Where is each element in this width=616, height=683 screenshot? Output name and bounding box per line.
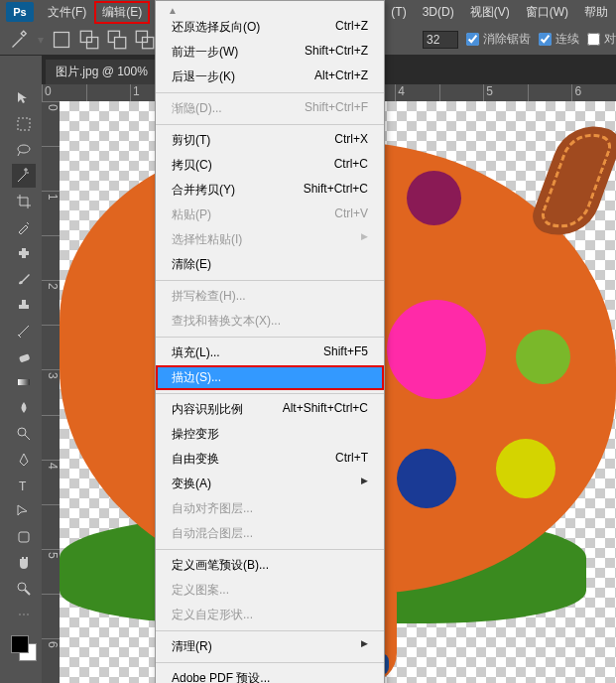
selection-int-icon[interactable] — [135, 30, 155, 50]
menu-define-pattern: 定义图案... — [156, 578, 384, 603]
dodge-tool-icon[interactable] — [12, 422, 36, 446]
menu-extra[interactable]: (T) — [383, 2, 414, 22]
brush-tool-icon[interactable] — [12, 267, 36, 291]
move-tool-icon[interactable] — [12, 86, 36, 110]
shape-tool-icon[interactable] — [12, 525, 36, 549]
lasso-tool-icon[interactable] — [12, 138, 36, 162]
menu-puppet-warp[interactable]: 操控变形 — [156, 422, 384, 447]
ps-logo: Ps — [6, 2, 34, 22]
menu-3d[interactable]: 3D(D) — [415, 2, 462, 22]
tolerance-input[interactable] — [423, 31, 458, 49]
menu-copy-merged[interactable]: 合并拷贝(Y)Shift+Ctrl+C — [156, 178, 384, 203]
antialias-checkbox[interactable]: 消除锯齿 — [466, 31, 531, 48]
svg-rect-0 — [55, 32, 69, 47]
wand-tool-icon — [10, 30, 30, 50]
color-swatches[interactable] — [11, 635, 37, 661]
menu-view[interactable]: 视图(V) — [462, 1, 518, 24]
gradient-tool-icon[interactable] — [12, 370, 36, 394]
svg-rect-7 — [18, 118, 30, 130]
svg-point-13 — [18, 428, 26, 436]
menu-transform[interactable]: 变换(A) — [156, 472, 384, 496]
stamp-tool-icon[interactable] — [12, 293, 36, 317]
menu-stroke[interactable]: 描边(S)... — [156, 365, 384, 390]
selection-add-icon[interactable] — [79, 30, 99, 50]
svg-point-8 — [18, 145, 30, 153]
menu-fill[interactable]: 填充(L)...Shift+F5 — [156, 341, 384, 365]
svg-point-16 — [18, 583, 26, 591]
pen-tool-icon[interactable] — [12, 448, 36, 472]
menu-fade: 渐隐(D)...Shift+Ctrl+F — [156, 96, 384, 121]
svg-rect-11 — [19, 353, 30, 362]
document-tab[interactable]: 图片.jpg @ 100% — [46, 60, 158, 84]
menu-find-replace: 查找和替换文本(X)... — [156, 309, 384, 334]
menu-file[interactable]: 文件(F) — [40, 1, 94, 24]
vertical-ruler: 0123456 — [42, 101, 60, 683]
eyedropper-tool-icon[interactable] — [12, 215, 36, 239]
type-tool-icon[interactable]: T — [12, 474, 36, 497]
history-brush-icon[interactable] — [12, 319, 36, 342]
zoom-tool-icon[interactable] — [12, 577, 36, 601]
blur-tool-icon[interactable] — [12, 396, 36, 420]
contiguous-checkbox[interactable]: 连续 — [539, 31, 579, 48]
svg-rect-15 — [19, 532, 29, 542]
menu-step-forward[interactable]: 前进一步(W)Shift+Ctrl+Z — [156, 40, 384, 65]
menu-window[interactable]: 窗口(W) — [518, 1, 576, 24]
svg-rect-4 — [115, 37, 126, 48]
hand-tool-icon[interactable] — [12, 551, 36, 575]
crop-tool-icon[interactable] — [12, 190, 36, 213]
menu-auto-align: 自动对齐图层... — [156, 496, 384, 521]
menu-define-brush[interactable]: 定义画笔预设(B)... — [156, 553, 384, 578]
menu-paste-special: 选择性粘贴(I) — [156, 227, 384, 252]
menu-pdf-presets[interactable]: Adobe PDF 预设... — [156, 666, 384, 683]
menu-clear[interactable]: 清除(E) — [156, 252, 384, 277]
menu-copy[interactable]: 拷贝(C)Ctrl+C — [156, 153, 384, 178]
wand-tool-icon[interactable] — [12, 164, 36, 188]
selection-mode-icon[interactable] — [52, 30, 71, 50]
menu-help[interactable]: 帮助 — [576, 1, 616, 24]
sample-checkbox[interactable]: 对 — [587, 31, 616, 48]
selection-sub-icon[interactable] — [107, 30, 127, 50]
menu-paste: 粘贴(P)Ctrl+V — [156, 203, 384, 227]
menu-content-aware-scale[interactable]: 内容识别比例Alt+Shift+Ctrl+C — [156, 397, 384, 422]
edit-menu-dropdown: ▲ 还原选择反向(O)Ctrl+Z 前进一步(W)Shift+Ctrl+Z 后退… — [155, 0, 385, 683]
svg-rect-12 — [18, 379, 30, 385]
menu-edit[interactable]: 编辑(E) — [94, 1, 150, 24]
menu-cut[interactable]: 剪切(T)Ctrl+X — [156, 128, 384, 153]
foreground-swatch[interactable] — [11, 635, 29, 653]
menu-define-shape: 定义自定形状... — [156, 603, 384, 627]
edit-toolbar-icon[interactable]: ⋯ — [12, 603, 36, 626]
svg-text:T: T — [19, 479, 27, 493]
menu-undo[interactable]: 还原选择反向(O)Ctrl+Z — [156, 15, 384, 40]
marquee-tool-icon[interactable] — [12, 112, 36, 136]
menu-step-back[interactable]: 后退一步(K)Alt+Ctrl+Z — [156, 65, 384, 89]
menu-auto-blend: 自动混合图层... — [156, 521, 384, 546]
path-tool-icon[interactable] — [12, 499, 36, 523]
menu-free-transform[interactable]: 自由变换Ctrl+T — [156, 447, 384, 472]
menu-purge[interactable]: 清理(R) — [156, 634, 384, 659]
scroll-up-icon[interactable]: ▲ — [168, 5, 178, 16]
eraser-tool-icon[interactable] — [12, 344, 36, 368]
tools-panel: T ⋯ — [6, 56, 42, 683]
heal-tool-icon[interactable] — [12, 241, 36, 265]
menu-spellcheck: 拼写检查(H)... — [156, 284, 384, 309]
svg-rect-10 — [22, 248, 26, 258]
